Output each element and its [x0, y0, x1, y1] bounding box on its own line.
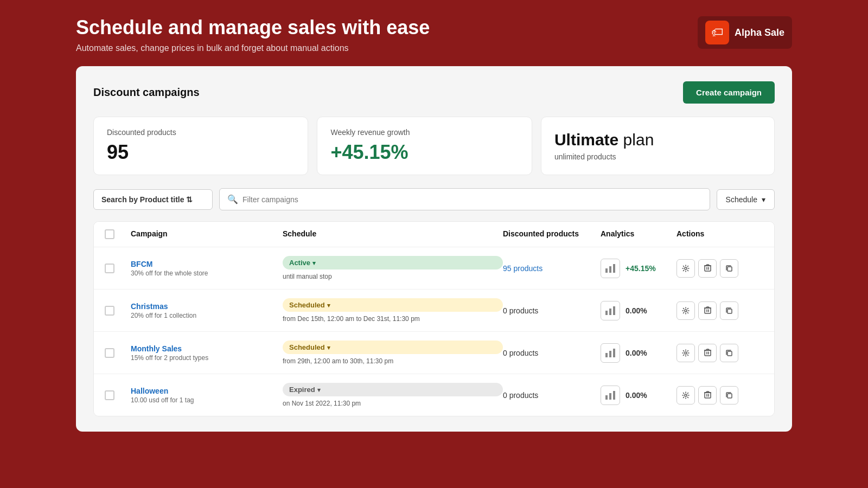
row-checkbox-bfcm[interactable] [105, 264, 131, 273]
svg-rect-1 [609, 266, 611, 273]
products-text: 0 products [503, 349, 538, 357]
search-select[interactable]: Search by Product title ⇅ [93, 189, 213, 210]
revenue-growth-value: +45.15% [330, 141, 518, 164]
schedule-text-monthly-sales: from 29th, 12:00 am to 30th, 11:30 pm [283, 357, 503, 365]
create-campaign-button[interactable]: Create campaign [683, 81, 775, 104]
schedule-text-halloween: on Nov 1st 2022, 11:30 pm [283, 400, 503, 407]
app-name: Alpha Sale [735, 27, 784, 38]
svg-rect-14 [613, 349, 615, 357]
revenue-growth-label: Weekly revenue growth [330, 128, 518, 137]
campaign-col-christmas: Christmas 20% off for 1 collection [131, 302, 283, 319]
delete-button-monthly-sales[interactable] [698, 344, 717, 362]
svg-rect-4 [705, 266, 711, 271]
duplicate-button-christmas[interactable] [720, 301, 738, 320]
delete-button-christmas[interactable] [698, 301, 717, 320]
schedule-text-christmas: from Dec 15th, 12:00 am to Dec 31st, 11:… [283, 315, 503, 323]
analytics-pct-christmas: 0.00% [626, 306, 647, 315]
svg-rect-16 [705, 350, 711, 356]
settings-button-monthly-sales[interactable] [676, 344, 695, 362]
products-cell-bfcm: 95 products [503, 264, 601, 273]
duplicate-button-bfcm[interactable] [720, 259, 738, 278]
discounted-products-label: Discounted products [107, 128, 295, 137]
actions-cell-bfcm [676, 259, 763, 278]
search-icon: 🔍 [227, 194, 238, 204]
schedule-text-bfcm: until manual stop [283, 273, 503, 280]
delete-button-bfcm[interactable] [698, 259, 717, 278]
col-header-campaign: Campaign [131, 229, 283, 239]
svg-rect-12 [605, 353, 608, 357]
table-row: Monthly Sales 15% off for 2 product type… [94, 332, 774, 374]
campaign-link-monthly-sales[interactable]: Monthly Sales [131, 344, 283, 353]
campaign-link-christmas[interactable]: Christmas [131, 302, 283, 311]
svg-rect-22 [705, 393, 711, 398]
products-cell-halloween: 0 products [503, 390, 601, 400]
svg-rect-5 [727, 267, 732, 271]
status-badge-christmas[interactable]: Scheduled [283, 298, 503, 312]
campaign-col-monthly-sales: Monthly Sales 15% off for 2 product type… [131, 344, 283, 362]
status-badge-bfcm[interactable]: Active [283, 256, 503, 269]
header-text: Schedule and manage sales with ease Auto… [76, 16, 430, 53]
analytics-chart-icon-bfcm[interactable] [601, 259, 620, 278]
svg-rect-23 [727, 394, 732, 398]
col-header-actions: Actions [676, 229, 763, 239]
svg-rect-13 [609, 351, 611, 357]
svg-rect-10 [705, 308, 711, 313]
filter-row: Search by Product title ⇅ 🔍 Schedule ▾ [93, 188, 775, 210]
campaign-link-halloween[interactable]: Halloween [131, 387, 283, 395]
campaign-link-bfcm[interactable]: BFCM [131, 260, 283, 268]
delete-button-halloween[interactable] [698, 386, 717, 404]
app-logo: 🏷 Alpha Sale [698, 16, 792, 49]
analytics-pct-halloween: 0.00% [626, 391, 647, 400]
card-header: Discount campaigns Create campaign [93, 81, 775, 104]
campaign-desc-bfcm: 30% off for the whole store [131, 269, 283, 277]
schedule-cell-halloween: Expired on Nov 1st 2022, 11:30 pm [283, 383, 503, 407]
analytics-chart-icon-halloween[interactable] [601, 386, 620, 405]
svg-rect-2 [613, 264, 615, 273]
status-chevron-bfcm [312, 259, 316, 267]
schedule-filter[interactable]: Schedule ▾ [717, 189, 775, 210]
schedule-cell-christmas: Scheduled from Dec 15th, 12:00 am to Dec… [283, 298, 503, 323]
filter-campaigns-input[interactable] [242, 195, 702, 204]
table-row: BFCM 30% off for the whole store Active … [94, 247, 774, 290]
settings-button-bfcm[interactable] [676, 259, 695, 278]
svg-rect-6 [605, 311, 608, 315]
campaigns-table: Campaign Schedule Discounted products An… [93, 221, 775, 416]
discounted-products-card: Discounted products 95 [93, 117, 308, 175]
status-badge-halloween[interactable]: Expired [283, 383, 503, 396]
actions-cell-christmas [676, 301, 763, 320]
analytics-chart-icon-monthly-sales[interactable] [601, 343, 620, 363]
stats-row: Discounted products 95 Weekly revenue gr… [93, 117, 775, 175]
products-cell-monthly-sales: 0 products [503, 348, 601, 358]
table-row: Christmas 20% off for 1 collection Sched… [94, 290, 774, 332]
schedule-cell-monthly-sales: Scheduled from 29th, 12:00 am to 30th, 1… [283, 341, 503, 365]
products-link[interactable]: 95 products [503, 264, 542, 273]
plan-name: Ultimate plan [554, 131, 761, 149]
analytics-chart-icon-christmas[interactable] [601, 301, 620, 320]
section-title: Discount campaigns [93, 86, 200, 99]
analytics-cell-bfcm: +45.15% [601, 259, 676, 278]
svg-point-21 [685, 394, 687, 396]
duplicate-button-halloween[interactable] [720, 386, 738, 404]
row-checkbox-monthly-sales[interactable] [105, 348, 131, 358]
duplicate-button-monthly-sales[interactable] [720, 344, 738, 362]
status-badge-monthly-sales[interactable]: Scheduled [283, 341, 503, 354]
campaign-desc-halloween: 10.00 usd off for 1 tag [131, 396, 283, 404]
analytics-pct-bfcm: +45.15% [626, 264, 656, 273]
select-all-checkbox[interactable] [105, 229, 131, 239]
col-header-analytics: Analytics [601, 229, 676, 239]
row-checkbox-christmas[interactable] [105, 306, 131, 316]
svg-rect-18 [605, 395, 608, 400]
chevron-down-icon: ▾ [762, 195, 765, 204]
revenue-growth-card: Weekly revenue growth +45.15% [317, 117, 532, 175]
products-text: 0 products [503, 306, 538, 315]
analytics-pct-monthly-sales: 0.00% [626, 349, 647, 357]
table-header-row: Campaign Schedule Discounted products An… [94, 222, 774, 247]
svg-rect-19 [609, 393, 611, 400]
settings-button-christmas[interactable] [676, 301, 695, 320]
svg-point-9 [685, 310, 687, 312]
svg-rect-8 [613, 306, 615, 315]
main-card: Discount campaigns Create campaign Disco… [76, 66, 792, 432]
svg-rect-7 [609, 309, 611, 315]
row-checkbox-halloween[interactable] [105, 390, 131, 400]
settings-button-halloween[interactable] [676, 386, 695, 404]
